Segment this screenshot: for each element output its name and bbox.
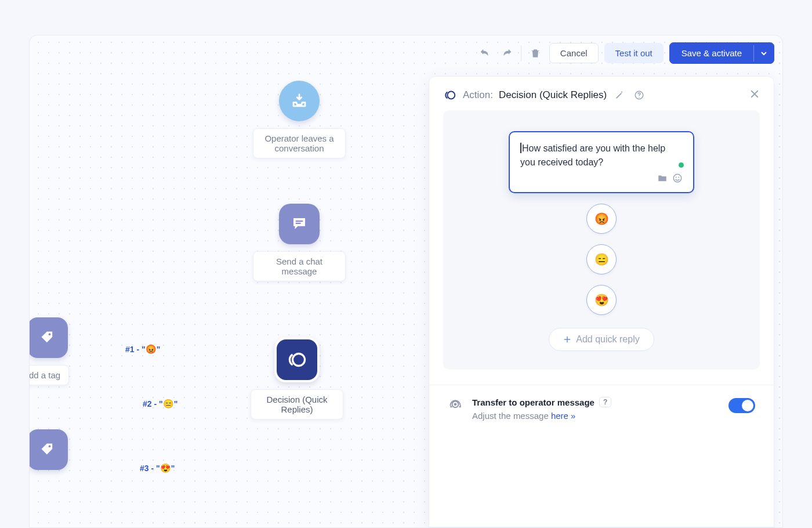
- svg-point-13: [676, 177, 677, 178]
- decision-icon: [274, 337, 320, 382]
- prompt-input[interactable]: How satisfied are you with the help you …: [509, 131, 694, 193]
- transfer-title: Transfer to operator message: [472, 397, 594, 407]
- action-panel: Action: Decision (Quick Replies) How sat…: [429, 76, 774, 527]
- tag-icon: [29, 429, 68, 470]
- cancel-button[interactable]: Cancel: [549, 43, 599, 63]
- svg-point-9: [49, 445, 51, 447]
- node-add-tag-2[interactable]: [29, 429, 68, 470]
- edit-icon[interactable]: [612, 88, 626, 102]
- add-quick-reply-label: Add quick reply: [576, 334, 639, 345]
- operator-icon: [448, 398, 464, 415]
- save-activate-dropdown[interactable]: [753, 45, 774, 62]
- panel-header: Action: Decision (Quick Replies): [429, 77, 774, 110]
- add-quick-reply-button[interactable]: Add quick reply: [549, 328, 654, 351]
- toggle-knob: [742, 400, 753, 411]
- svg-point-7: [293, 354, 305, 366]
- toolbar-divider: [521, 46, 521, 61]
- svg-point-16: [454, 403, 457, 406]
- quick-reply-1[interactable]: 😡: [586, 204, 617, 234]
- node-start[interactable]: Operator leaves a conversation: [253, 81, 346, 158]
- save-activate-label: Save & activate: [670, 43, 753, 63]
- edges-layer: [30, 35, 204, 122]
- quick-reply-3[interactable]: 😍: [586, 285, 617, 315]
- plus-icon: [563, 335, 571, 343]
- save-activate-button[interactable]: Save & activate: [669, 42, 774, 64]
- transfer-row: Transfer to operator message ? Adjust th…: [429, 385, 774, 435]
- svg-point-12: [673, 174, 682, 182]
- prompt-text: How satisfied are you with the help you …: [520, 142, 683, 169]
- edge-label-2: #2 - "😑": [143, 399, 177, 409]
- quick-reply-2[interactable]: 😑: [586, 244, 617, 274]
- edge-label-1: #1 - "😡": [125, 344, 160, 355]
- panel-action-name: Decision (Quick Replies): [499, 89, 607, 101]
- node-send-chat[interactable]: Send a chat message: [253, 204, 346, 281]
- edge-label-3: #3 - "😍": [140, 463, 175, 473]
- node-add-tag-1[interactable]: dd a tag: [29, 317, 69, 385]
- test-button[interactable]: Test it out: [604, 43, 664, 63]
- trash-icon[interactable]: [527, 45, 543, 62]
- undo-icon[interactable]: [477, 45, 493, 62]
- panel-action-prefix: Action:: [463, 89, 493, 101]
- node-start-label: Operator leaves a conversation: [253, 128, 346, 158]
- toolbar: Cancel Test it out Save & activate: [477, 42, 774, 64]
- transfer-here-link[interactable]: here »: [551, 411, 576, 421]
- svg-point-14: [678, 177, 679, 178]
- transfer-toggle[interactable]: [728, 398, 755, 413]
- emoji-icon[interactable]: [672, 173, 683, 186]
- app-frame: Cancel Test it out Save & activate: [29, 35, 783, 528]
- node-decision-label: Decision (Quick Replies): [251, 389, 343, 419]
- svg-point-10: [447, 92, 455, 99]
- node-add-tag-1-label: dd a tag: [29, 365, 69, 385]
- transfer-subtitle: Adjust the message here »: [472, 411, 720, 421]
- chat-icon: [279, 204, 320, 244]
- decision-header-icon: [443, 88, 457, 102]
- help-icon[interactable]: [632, 88, 646, 102]
- node-decision[interactable]: Decision (Quick Replies): [251, 337, 343, 419]
- tag-icon: [29, 317, 68, 358]
- svg-point-8: [49, 333, 51, 335]
- panel-body: How satisfied are you with the help you …: [443, 110, 760, 370]
- status-dot: [679, 162, 684, 168]
- close-icon[interactable]: [749, 89, 760, 102]
- node-send-chat-label: Send a chat message: [253, 251, 346, 281]
- inbox-icon: [279, 81, 320, 121]
- folder-icon[interactable]: [657, 173, 668, 186]
- transfer-help-icon[interactable]: ?: [599, 397, 611, 407]
- redo-icon[interactable]: [499, 45, 515, 62]
